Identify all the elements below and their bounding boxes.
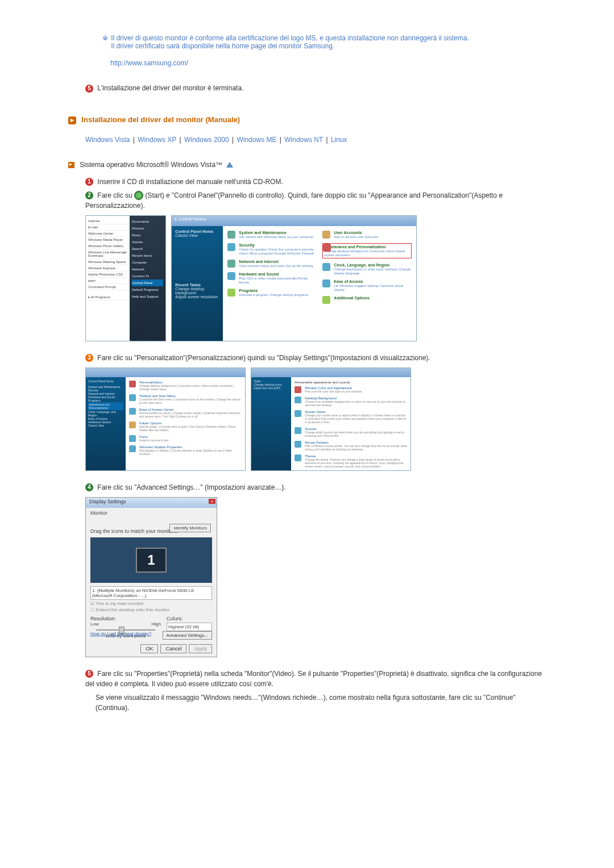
driver-certification-note: ※ Il driver di questo monitor è conforme…: [102, 34, 546, 67]
monitor-preview-number: 1: [136, 548, 167, 573]
square-marker-icon: [68, 162, 74, 168]
vista-step2-b: (Start) e "Control Panel"(Pannello di co…: [85, 191, 503, 210]
step-badge-3: 3: [85, 354, 93, 362]
best-display-help-link: How do I get the best display?: [90, 631, 151, 640]
note-line2: Il driver certificato sarà disponibile n…: [111, 42, 334, 50]
ok-button: OK: [140, 644, 158, 653]
display-settings-title: Display Settings: [89, 499, 126, 504]
vista-step1: Inserire il CD di installazione del manu…: [97, 178, 283, 186]
vista-step2-a: Fare clic su: [97, 191, 134, 199]
monitor-tab: Monitor: [90, 510, 107, 516]
asterisk-marker: ※: [102, 34, 109, 42]
screenshot-row-display-settings: Display Settings –× Monitor Drag the ico…: [85, 497, 546, 657]
step-final-text: L'installazione del driver del monitor è…: [97, 84, 243, 92]
manual-install-section: Installazione del driver del monitor (Ma…: [68, 115, 546, 124]
back-to-top-triangle[interactable]: [224, 161, 233, 169]
resolution-label: Resolution:: [90, 616, 161, 621]
step-badge-5b: 5: [85, 670, 93, 678]
link-windows-vista[interactable]: Windows Vista: [85, 136, 130, 144]
colors-dropdown: Highest (32 bit): [167, 623, 212, 631]
screenshot-personalization-panel: Tasks Change desktop icons Adjust font s…: [251, 368, 411, 471]
screenshot-row-personalization: Control Panel Home System and Maintenanc…: [85, 368, 546, 471]
samsung-url-link[interactable]: http://www.samsung.com/: [110, 59, 188, 67]
manual-install-title: Installazione del driver del monitor (Ma…: [81, 115, 240, 124]
cancel-button: Cancel: [160, 644, 186, 653]
step-badge-4: 4: [85, 483, 93, 491]
link-windows-me[interactable]: Windows ME: [237, 136, 276, 144]
link-windows-2000[interactable]: Windows 2000: [184, 136, 229, 144]
vista-step4: Fare clic su "Advanced Settings…" (Impos…: [97, 483, 285, 491]
vista-step3: Fare clic su "Personalization"(Personali…: [97, 354, 430, 362]
vista-step5-a: Fare clic su "Properties"(Proprietà) nel…: [85, 670, 542, 688]
screenshot-row-start-controlpanel: Internet E-mail Welcome Center Windows M…: [85, 215, 546, 341]
vista-step5-b: Se viene visualizzato il messaggio "Wind…: [96, 694, 516, 712]
link-windows-xp[interactable]: Windows XP: [138, 136, 176, 144]
screenshot-appearance-personalization: Control Panel Home System and Maintenanc…: [85, 368, 246, 471]
screenshot-display-settings-dialog: Display Settings –× Monitor Drag the ico…: [85, 497, 217, 657]
link-windows-nt[interactable]: Windows NT: [284, 136, 323, 144]
apply-button: Apply: [189, 644, 212, 653]
screenshot-control-panel: ▸ Control Panel ▸ Control Panel Home Cla…: [171, 215, 417, 341]
monitor-dropdown: 1. (Multiple Monitors) on NVIDIA GeForce…: [90, 586, 212, 600]
step-badge-1: 1: [85, 178, 93, 186]
os-vista-row: Sistema operativo Microsoft® Windows Vis…: [68, 161, 546, 169]
link-linux[interactable]: Linux: [331, 136, 347, 144]
os-links-row: Windows Vista | Windows XP | Windows 200…: [85, 136, 546, 144]
step-badge-2: 2: [85, 191, 93, 199]
vista-header-text: Sistema operativo Microsoft® Windows Vis…: [80, 161, 222, 169]
advanced-settings-button: Advanced Settings...: [163, 631, 212, 640]
arrow-marker-icon: [68, 116, 76, 124]
identify-monitors-button: Identify Monitors: [169, 524, 211, 532]
colors-label: Colors:: [167, 616, 212, 621]
note-line1: Il driver di questo monitor è conforme a…: [111, 34, 469, 42]
windows-start-icon: [134, 191, 143, 200]
screenshot-vista-start-menu: Internet E-mail Welcome Center Windows M…: [85, 215, 166, 341]
step-badge-5: 5: [85, 85, 93, 93]
